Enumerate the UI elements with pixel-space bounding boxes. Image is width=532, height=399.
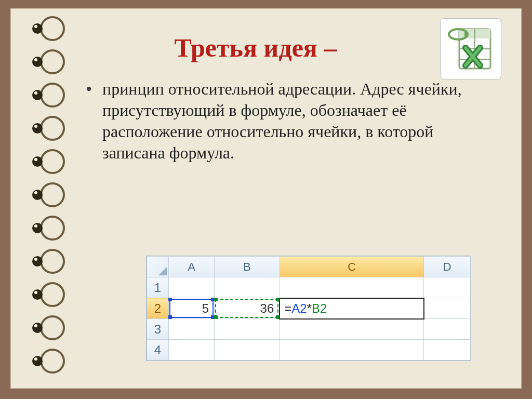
slide-paper: Третья идея – принцип относительной адре…	[10, 8, 522, 389]
cell-D4	[424, 340, 471, 361]
svg-point-27	[41, 316, 64, 339]
svg-point-0	[41, 17, 64, 40]
slide-frame: Третья идея – принцип относительной адре…	[0, 0, 532, 399]
svg-point-18	[41, 217, 64, 240]
row-header-3: 3	[147, 319, 169, 340]
row-header-2: 2	[147, 298, 169, 319]
svg-point-3	[41, 50, 64, 73]
svg-point-29	[34, 324, 37, 327]
cell-A2: 5	[169, 298, 215, 319]
col-header-C: C	[280, 257, 424, 277]
svg-point-5	[34, 58, 37, 61]
cell-A3	[169, 319, 215, 340]
cell-D2	[424, 298, 471, 319]
svg-point-8	[34, 91, 37, 95]
svg-point-26	[34, 291, 37, 294]
col-header-B: B	[215, 257, 280, 277]
select-all-corner	[147, 257, 169, 277]
svg-point-30	[41, 350, 64, 373]
slide-title: Третья идея –	[84, 33, 490, 63]
cell-C1	[280, 277, 424, 298]
excel-snippet: A B C D 1 2 5	[146, 256, 471, 361]
svg-point-17	[34, 191, 37, 194]
svg-point-25	[32, 289, 43, 300]
svg-point-31	[32, 356, 43, 366]
cell-B3	[215, 319, 280, 340]
svg-point-15	[41, 183, 64, 206]
svg-point-16	[32, 190, 43, 200]
svg-point-7	[32, 90, 43, 100]
cell-C3	[280, 319, 424, 340]
svg-point-4	[32, 57, 43, 67]
slide-body: принцип относительной адресации. Адрес я…	[84, 78, 490, 164]
svg-point-32	[34, 357, 37, 361]
svg-point-20	[34, 224, 37, 228]
bullet-text: принцип относительной адресации. Адрес я…	[84, 78, 469, 164]
svg-point-21	[41, 250, 64, 273]
svg-point-12	[41, 150, 64, 173]
svg-point-9	[41, 117, 64, 140]
cell-B2: 36	[215, 298, 280, 319]
svg-point-19	[32, 223, 43, 233]
svg-point-10	[32, 123, 43, 134]
svg-point-24	[41, 283, 64, 306]
cell-D1	[424, 277, 471, 298]
svg-point-23	[34, 258, 37, 261]
cell-B4	[215, 340, 280, 361]
svg-point-28	[32, 323, 43, 333]
svg-point-11	[34, 125, 37, 128]
cell-C2-formula: =A2*B2	[280, 298, 424, 319]
cell-A1	[169, 277, 215, 298]
col-header-D: D	[424, 257, 471, 277]
cell-B1	[215, 277, 280, 298]
row-header-1: 1	[147, 277, 169, 298]
cell-C4	[280, 340, 424, 361]
svg-point-2	[34, 25, 37, 28]
cell-A4	[169, 340, 215, 361]
row-header-4: 4	[147, 340, 169, 361]
svg-point-14	[34, 158, 37, 161]
col-header-A: A	[169, 257, 215, 277]
excel-logo-icon	[440, 18, 501, 79]
svg-point-1	[32, 23, 43, 34]
svg-point-6	[41, 84, 64, 107]
svg-point-22	[32, 256, 43, 267]
cell-D3	[424, 319, 471, 340]
svg-point-13	[32, 156, 43, 167]
spiral-binding	[20, 13, 67, 384]
